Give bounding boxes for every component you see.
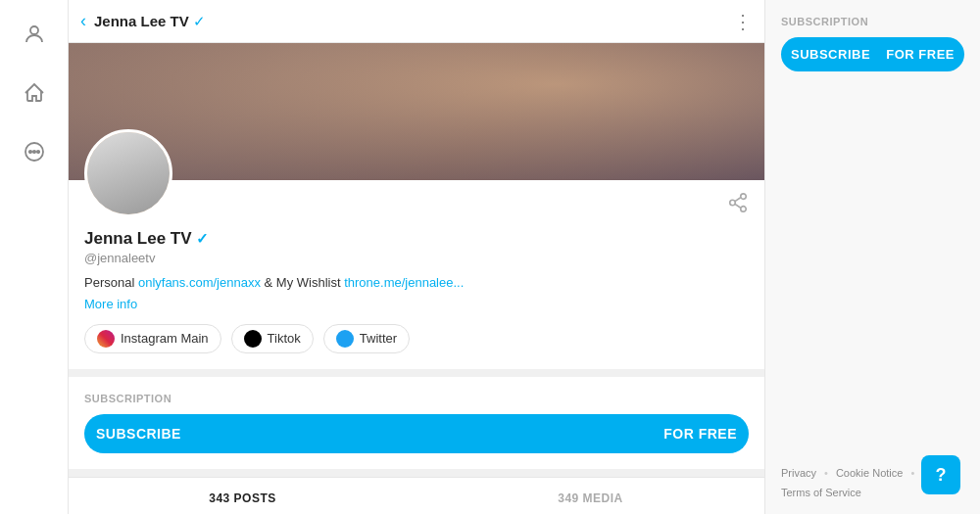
avatar-image <box>87 132 170 214</box>
svg-point-0 <box>30 26 38 34</box>
avatar-wrapper <box>84 129 172 217</box>
svg-point-2 <box>28 151 30 153</box>
banner-overlay <box>69 43 764 180</box>
twitter-label: Twitter <box>360 331 397 346</box>
social-links: Instagram Main Tiktok Twitter <box>84 324 749 353</box>
profile-info: Jenna Lee TV ✓ @jennaleetv Personal only… <box>84 180 749 353</box>
instagram-icon <box>97 330 115 348</box>
subscribe-button[interactable]: SUBSCRIBE FOR FREE <box>84 414 749 453</box>
svg-line-5 <box>735 204 741 208</box>
instagram-label: Instagram Main <box>121 331 209 346</box>
options-menu-button[interactable]: ⋮ <box>733 10 753 33</box>
right-panel: SUBSCRIPTION SUBSCRIBE FOR FREE Privacy … <box>764 0 980 514</box>
privacy-link[interactable]: Privacy <box>781 467 816 479</box>
subscribe-label: SUBSCRIBE <box>96 426 181 442</box>
social-btn-instagram[interactable]: Instagram Main <box>84 324 221 353</box>
sidebar-item-profile[interactable] <box>15 15 54 54</box>
tiktok-icon <box>244 330 262 348</box>
verified-check: ✓ <box>196 230 209 248</box>
sidebar-item-messages[interactable] <box>15 132 54 171</box>
top-bar: ‹ Jenna Lee TV ✓ ⋮ <box>69 0 764 43</box>
share-button[interactable] <box>727 192 749 217</box>
sidebar-item-home[interactable] <box>15 73 54 113</box>
right-subscribe-button[interactable]: SUBSCRIBE FOR FREE <box>781 37 964 71</box>
subscription-section: SUBSCRIPTION SUBSCRIBE FOR FREE <box>69 377 764 469</box>
for-free-label: FOR FREE <box>663 426 737 442</box>
main-area: ‹ Jenna Lee TV ✓ ⋮ <box>69 0 764 514</box>
footer-dot-1: • <box>824 467 828 479</box>
subscription-section-title: SUBSCRIPTION <box>84 393 749 404</box>
cookie-notice-link[interactable]: Cookie Notice <box>836 467 903 479</box>
page-title: Jenna Lee TV <box>94 13 189 29</box>
help-button[interactable]: ? <box>921 455 960 494</box>
twitter-icon <box>336 330 354 348</box>
terms-link[interactable]: Terms of Service <box>781 487 861 498</box>
bio-link-throne[interactable]: throne.me/jennalee... <box>344 275 464 290</box>
avatar[interactable] <box>84 129 172 217</box>
tab-posts[interactable]: 343 POSTS <box>69 478 416 515</box>
right-for-free-label: FOR FREE <box>886 47 955 62</box>
profile-handle: @jennaleetv <box>84 251 749 265</box>
profile-banner <box>69 43 764 180</box>
tiktok-label: Tiktok <box>268 331 301 346</box>
right-subscribe-label: SUBSCRIBE <box>791 47 870 62</box>
bio-text-wishlist: & My Wishlist <box>261 275 344 290</box>
profile-name: Jenna Lee TV ✓ <box>84 229 749 249</box>
top-title-group: Jenna Lee TV ✓ <box>94 13 206 30</box>
right-subscription-title: SUBSCRIPTION <box>781 16 964 27</box>
tabs-bar: 343 POSTS 349 MEDIA <box>69 477 764 515</box>
svg-line-6 <box>735 198 741 202</box>
verified-icon: ✓ <box>193 13 206 29</box>
profile-container: Jenna Lee TV ✓ @jennaleetv Personal only… <box>69 43 764 514</box>
back-button[interactable]: ‹ <box>80 11 86 31</box>
bio-link-onlyfans[interactable]: onlyfans.com/jennaxx <box>138 275 261 290</box>
footer-dot-2: • <box>910 467 914 479</box>
sidebar <box>0 0 69 514</box>
bio-text-personal: Personal <box>84 275 138 290</box>
svg-point-4 <box>36 151 38 153</box>
profile-bio: Personal onlyfans.com/jennaxx & My Wishl… <box>84 273 749 293</box>
tab-media[interactable]: 349 MEDIA <box>416 478 764 515</box>
help-icon: ? <box>936 465 947 486</box>
more-info-link[interactable]: More info <box>84 297 137 311</box>
profile-card: Jenna Lee TV ✓ @jennaleetv Personal only… <box>69 180 764 369</box>
social-btn-twitter[interactable]: Twitter <box>323 324 410 353</box>
social-btn-tiktok[interactable]: Tiktok <box>231 324 314 353</box>
svg-point-3 <box>32 151 34 153</box>
